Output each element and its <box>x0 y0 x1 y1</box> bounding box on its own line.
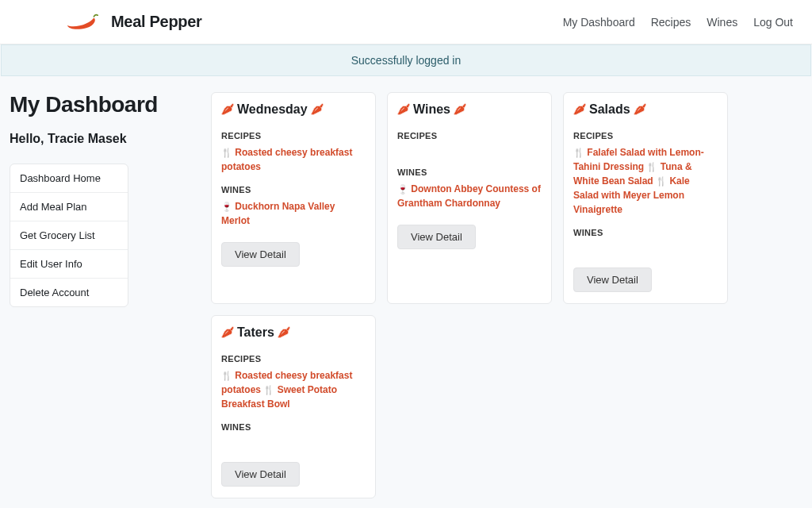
sidebar-item-dashboard-home[interactable]: Dashboard Home <box>10 164 128 193</box>
wine-glass-icon: 🍷 <box>397 184 408 194</box>
card-title: 🌶 Salads 🌶 <box>573 102 718 117</box>
nav-wines[interactable]: Wines <box>707 16 737 29</box>
pepper-icon: 🌶 <box>397 102 410 117</box>
brand-name: Meal Pepper <box>111 13 202 31</box>
fork-knife-icon: 🍴 <box>221 371 232 380</box>
pepper-icon: 🌶 <box>573 102 586 117</box>
card-title-text: Wednesday <box>237 102 308 117</box>
flash-banner: Successfully logged in <box>1 44 811 76</box>
recipes-label: RECIPES <box>397 131 542 140</box>
wine-link[interactable]: Duckhorn Napa Valley Merlot <box>221 201 335 226</box>
wines-label: WINES <box>221 185 366 194</box>
recipes-label: RECIPES <box>573 131 718 140</box>
recipe-list <box>397 145 542 156</box>
pepper-icon: 🌶 <box>278 325 290 340</box>
wines-label: WINES <box>221 422 366 432</box>
view-detail-button[interactable]: View Detail <box>573 267 652 292</box>
card-title-text: Salads <box>589 102 630 117</box>
card-title: 🌶 Wednesday 🌶 <box>221 102 366 117</box>
wine-list: 🍷 Downton Abbey Countess of Grantham Cha… <box>397 182 542 210</box>
view-detail-button[interactable]: View Detail <box>221 242 300 267</box>
recipes-label: RECIPES <box>221 131 366 140</box>
nav-logout[interactable]: Log Out <box>753 16 793 29</box>
recipe-list: 🍴 Falafel Salad with Lemon-Tahini Dressi… <box>573 145 718 217</box>
wine-glass-icon: 🍷 <box>221 202 232 211</box>
sidebar-item-delete-account[interactable]: Delete Account <box>10 279 128 306</box>
pepper-icon: 🌶 <box>454 102 466 117</box>
card-title-text: Wines <box>413 102 450 117</box>
view-detail-button[interactable]: View Detail <box>397 225 476 249</box>
fork-knife-icon: 🍴 <box>263 385 274 394</box>
page-title: My Dashboard <box>10 92 197 117</box>
meal-plan-card: 🌶 Wines 🌶 RECIPES WINES 🍷 Downton Abbey … <box>387 92 552 304</box>
pepper-logo-icon <box>63 13 102 32</box>
pepper-icon: 🌶 <box>221 325 234 340</box>
wine-list: 🍷 Duckhorn Napa Valley Merlot <box>221 199 366 228</box>
top-nav: My Dashboard Recipes Wines Log Out <box>563 16 793 29</box>
top-bar: Meal Pepper My Dashboard Recipes Wines L… <box>0 0 812 44</box>
pepper-icon: 🌶 <box>634 102 646 117</box>
fork-knife-icon: 🍴 <box>573 148 584 157</box>
sidebar-menu: Dashboard Home Add Meal Plan Get Grocery… <box>10 164 128 307</box>
recipes-label: RECIPES <box>221 354 366 364</box>
greeting: Hello, Tracie Masek <box>10 132 197 146</box>
wine-list <box>221 437 366 448</box>
meal-plan-card: 🌶 Taters 🌶 RECIPES 🍴 Roasted cheesy brea… <box>211 315 376 498</box>
logo[interactable]: Meal Pepper <box>63 13 202 32</box>
page-body: My Dashboard Hello, Tracie Masek Dashboa… <box>0 76 812 498</box>
fork-knife-icon: 🍴 <box>656 176 667 186</box>
sidebar: My Dashboard Hello, Tracie Masek Dashboa… <box>8 92 197 498</box>
pepper-icon: 🌶 <box>311 102 324 117</box>
fork-knife-icon: 🍴 <box>646 162 657 171</box>
fork-knife-icon: 🍴 <box>221 148 232 157</box>
nav-recipes[interactable]: Recipes <box>651 16 691 29</box>
recipe-link[interactable]: Roasted cheesy breakfast potatoes <box>221 147 352 172</box>
recipe-list: 🍴 Roasted cheesy breakfast potatoes <box>221 145 366 174</box>
wine-link[interactable]: Downton Abbey Countess of Grantham Chard… <box>397 183 541 209</box>
wine-list <box>573 242 718 253</box>
wines-label: WINES <box>397 167 542 177</box>
pepper-icon: 🌶 <box>221 102 234 117</box>
recipe-list: 🍴 Roasted cheesy breakfast potatoes 🍴 Sw… <box>221 368 366 411</box>
card-title: 🌶 Taters 🌶 <box>221 325 366 340</box>
view-detail-button[interactable]: View Detail <box>221 462 300 487</box>
meal-plan-card: 🌶 Wednesday 🌶 RECIPES 🍴 Roasted cheesy b… <box>211 92 376 304</box>
card-title: 🌶 Wines 🌶 <box>397 102 542 117</box>
sidebar-item-add-meal-plan[interactable]: Add Meal Plan <box>10 193 128 221</box>
sidebar-item-get-grocery-list[interactable]: Get Grocery List <box>10 221 128 250</box>
card-title-text: Taters <box>237 325 274 340</box>
sidebar-item-edit-user-info[interactable]: Edit User Info <box>10 250 128 279</box>
nav-my-dashboard[interactable]: My Dashboard <box>563 16 635 29</box>
wines-label: WINES <box>573 228 718 237</box>
cards-grid: 🌶 Wednesday 🌶 RECIPES 🍴 Roasted cheesy b… <box>211 92 804 498</box>
meal-plan-card: 🌶 Salads 🌶 RECIPES 🍴 Falafel Salad with … <box>563 92 728 304</box>
